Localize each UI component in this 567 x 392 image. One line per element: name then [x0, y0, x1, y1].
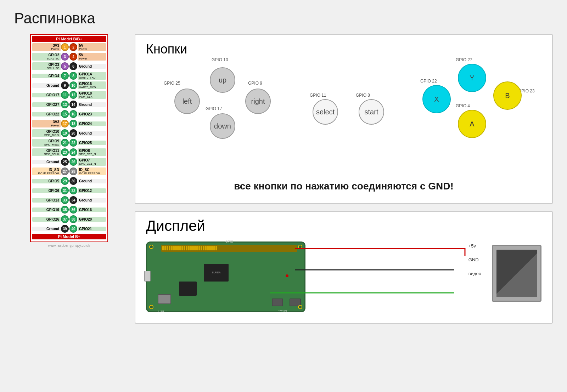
pin-label-right: GPIO21 [78, 227, 106, 231]
pin-label-right: Ground [78, 131, 106, 136]
pin-label-left: GPIO13 [32, 198, 61, 203]
pin-row: Ground3940GPIO21 [32, 224, 106, 233]
pin-28: 28 [69, 167, 77, 175]
gpio-pin [175, 246, 177, 250]
pin-8: 8 [69, 72, 77, 80]
pin-label-left: 3V3Power [32, 43, 61, 51]
pin-22: 22 [69, 139, 77, 147]
micro-usb-pwr [272, 299, 283, 306]
pin-label-left: GPIO17 [32, 93, 61, 97]
gpio-pin [167, 246, 168, 250]
pinout-footer: www.raspberrypi-spy.co.uk [48, 244, 90, 248]
pin-label-right: Ground [78, 179, 106, 183]
pin-row: GPIO171112GPIO18PCM_CLK [32, 90, 106, 100]
pin-label-right: Ground [78, 198, 106, 203]
gpio-pin [194, 246, 196, 250]
pin-label-right: GPIO23 [78, 112, 106, 117]
gpio-label-down: GPIO 17 [206, 106, 222, 111]
button-right[interactable]: right [245, 89, 271, 114]
pin-6: 6 [69, 62, 77, 70]
button-start[interactable]: start [359, 99, 384, 125]
pin-label-left: GPIO9SPI0_MISO [32, 139, 61, 147]
pin-26: 26 [69, 158, 77, 166]
pin-label-right: GPIO24 [78, 121, 106, 126]
pin-label-right: GPIO12 [78, 188, 106, 193]
gpio-label-right: GPIO 9 [248, 81, 262, 86]
button-down[interactable]: down [210, 113, 235, 139]
pin-label-right: ID_SCI2C ID EEPROM [78, 167, 106, 175]
pin-label-right: GPIO20 [78, 217, 106, 222]
pin-label-left: GPIO19 [32, 208, 61, 212]
gpio-pin [190, 246, 192, 250]
pin-36: 36 [69, 206, 77, 214]
button-X[interactable]: X [422, 85, 451, 113]
pin-7: 7 [61, 72, 69, 80]
pin-label-right: GPIO7SPI0_CE1_N [78, 158, 106, 166]
pin-1: 1 [61, 43, 69, 51]
red-dot [286, 274, 288, 277]
gpio-pin [162, 246, 164, 250]
pin-row: GPIO3SCL1 I2C56Ground [32, 62, 106, 71]
pin-19: 19 [61, 129, 69, 137]
gpio-label-A: GPIO 4 [456, 103, 470, 108]
gpio-pin [201, 246, 202, 250]
gpio-label-up: GPIO 10 [212, 57, 228, 62]
buttons-area: GPIO 10upGPIO 25leftGPIO 9rightGPIO 17do… [146, 64, 541, 177]
pin-9: 9 [61, 81, 69, 89]
gpio-pin [184, 246, 185, 250]
pin-row: GPIO9SPI0_MISO2122GPIO25 [32, 138, 106, 147]
pin-row: GPIO10SPI0_MOSI1920Ground [32, 129, 106, 138]
gpio-pin [188, 246, 190, 250]
pin-17: 17 [61, 120, 69, 127]
pin-row: GPIO133334Ground [32, 195, 106, 205]
mount-hole-br [298, 305, 302, 309]
pin-label-right: GPIO8SPI0_CE0_N [78, 148, 106, 156]
pin-31: 31 [61, 187, 69, 194]
gpio-label-select: GPIO 11 [310, 93, 326, 98]
pin-39: 39 [61, 225, 69, 233]
button-Y[interactable]: Y [458, 64, 486, 92]
pinout-wrapper: Pi Model B/B+ 3V3Power125VPowerGPIO2SDA1… [14, 34, 124, 248]
right-panel: Кнопки GPIO 10upGPIO 25leftGPIO 9rightGP… [135, 34, 553, 324]
pin-row: 3V3Power125VPower [32, 42, 106, 52]
buttons-panel: Кнопки GPIO 10upGPIO 25leftGPIO 9rightGP… [135, 34, 553, 204]
button-B[interactable]: B [493, 81, 522, 110]
pin-label-left: GPIO6 [32, 188, 61, 193]
wire-red [295, 249, 465, 256]
pin-16: 16 [69, 110, 77, 118]
button-select[interactable]: select [313, 99, 338, 125]
pin-label-left: GPIO26 [32, 217, 61, 222]
pin-row: GPIO193536GPIO16 [32, 205, 106, 214]
gpio-pin [211, 246, 213, 250]
pin-row: GPIO2SDA1 I2C345VPower [32, 52, 106, 61]
gpio-pin [205, 246, 207, 250]
usb-label: USB [158, 310, 164, 313]
pin-label-right: GPIO14UART0_TXD [78, 72, 106, 80]
gpio-pin [198, 246, 200, 250]
button-A[interactable]: A [458, 110, 486, 138]
pin-15: 15 [61, 110, 69, 118]
gpio-pin [215, 246, 217, 250]
button-left[interactable]: left [174, 89, 200, 114]
pin-32: 32 [69, 187, 77, 194]
gpio-label-X: GPIO 22 [420, 79, 437, 84]
pin-label-left: GPIO5 [32, 179, 61, 183]
page-title: Распиновка [0, 0, 567, 27]
pin-label-left: Ground [32, 83, 61, 88]
pin-row: 3V3Power1718GPIO24 [32, 119, 106, 128]
gpio-pin [173, 246, 175, 250]
pin-row: GPIO478GPIO14UART0_TXD [32, 71, 106, 80]
gpio-label-left: GPIO 25 [164, 81, 180, 86]
pin-2: 2 [69, 43, 77, 51]
button-up[interactable]: up [210, 67, 235, 93]
pin-25: 25 [61, 158, 69, 166]
pin-21: 21 [61, 139, 69, 147]
gpio-pin [203, 246, 204, 250]
wire-labels: +5v GND видео [468, 243, 481, 276]
pin-label-right: 5VPower [78, 43, 106, 51]
model-label-bottom: Pi Model B+ [32, 234, 106, 239]
gnd-note: все кнопки по нажатию соединяются с GND! [146, 181, 541, 192]
pin-18: 18 [69, 120, 77, 127]
pin-label-left: 3V3Power [32, 120, 61, 127]
pin-label-right: GPIO15UART0_RXD [78, 81, 106, 89]
